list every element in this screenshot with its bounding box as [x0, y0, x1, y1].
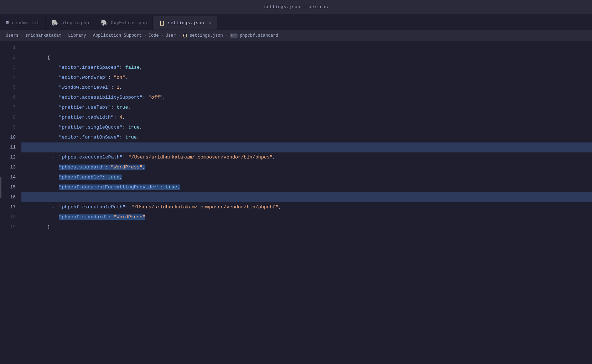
breadcrumb-settings[interactable]: settings.json [189, 33, 223, 38]
breadcrumb-appsupport[interactable]: Application Support [93, 33, 142, 38]
line-num-19: 19 [0, 222, 16, 232]
abc-icon-breadcrumb: abc [230, 33, 238, 38]
breadcrumb-user[interactable]: User [166, 33, 176, 38]
line-num-4: 4 [0, 73, 16, 83]
code-line-6: "prettier.useTabs": true, [21, 93, 592, 103]
line-num-3: 3 [0, 63, 16, 73]
breadcrumb-code[interactable]: Code [149, 33, 159, 38]
tab-settings-label: settings.json [168, 20, 204, 26]
breadcrumb-users[interactable]: Users [6, 33, 19, 38]
elephant-icon-oxyextras: 🐘 [101, 19, 108, 26]
breadcrumb-sridharkatakam[interactable]: sridharkatakam [25, 33, 61, 38]
tab-close-button[interactable]: × [208, 20, 211, 26]
breadcrumb: Users › sridharkatakam › Library › Appli… [0, 30, 592, 41]
code-line-15: "phpcbf.onsave": true, [21, 182, 592, 192]
code-line-10: "phpcs.enable": true, [21, 132, 592, 142]
title-bar-text: settings.json — oextras [264, 4, 328, 10]
code-line-12: "phpcs.standard": "WordPress", [21, 152, 592, 162]
breadcrumb-library[interactable]: Library [68, 33, 86, 38]
code-line-5: "editor.accessibilitySupport": "off", [21, 83, 592, 93]
line-num-14: 14 [0, 172, 16, 182]
tab-plugin[interactable]: 🐘 plugin.php [46, 16, 95, 30]
breadcrumb-phpcbf[interactable]: phpcbf.standard [240, 33, 278, 38]
tab-bar: ≡ readme.txt 🐘 plugin.php 🐘 OxyExtras.ph… [0, 14, 592, 30]
tab-settings[interactable]: {} settings.json × [153, 16, 217, 30]
json-icon-breadcrumb: {} [183, 33, 187, 38]
json-icon-tab: {} [159, 20, 165, 26]
code-area[interactable]: { "editor.insertSpaces": false, "editor.… [21, 41, 592, 364]
line-num-2: 2 [0, 53, 16, 63]
line-num-10: 10 [0, 132, 16, 142]
code-line-9: "editor.formatOnSave": true, [21, 123, 592, 132]
line-num-7: 7 [0, 103, 16, 113]
title-bar: settings.json — oextras [0, 0, 592, 14]
editor: 1 2 3 4 5 6 7 8 9 10 11 12 13 14 15 16 1… [0, 41, 592, 364]
code-line-19 [21, 222, 592, 232]
breadcrumb-sep-2: › [63, 33, 66, 38]
line-num-13: 13 [0, 162, 16, 172]
line-num-12: 12 [0, 152, 16, 162]
line-num-8: 8 [0, 113, 16, 123]
tab-oxyextras-label: OxyExtras.php [111, 20, 147, 26]
code-line-2: "editor.insertSpaces": false, [21, 53, 592, 63]
tab-oxyextras[interactable]: 🐘 OxyExtras.php [95, 16, 153, 30]
breadcrumb-sep-4: › [144, 33, 146, 38]
line-num-5: 5 [0, 83, 16, 93]
breadcrumb-sep-5: › [161, 33, 163, 38]
line-num-1: 1 [0, 43, 16, 53]
code-line-4: "window.zoomLevel": 1, [21, 73, 592, 83]
line-num-16: 16 [0, 192, 16, 202]
breadcrumb-sep-3: › [88, 33, 91, 38]
scroll-indicator[interactable] [0, 177, 1, 198]
code-line-13: "phpcbf.enable": true, [21, 162, 592, 172]
line-gutter: 1 2 3 4 5 6 7 8 9 10 11 12 13 14 15 16 1… [0, 41, 21, 364]
breadcrumb-sep-6: › [178, 33, 181, 38]
code-line-8: "prettier.singleQuote": true, [21, 113, 592, 123]
code-line-11: → "phpcs.executablePath": "/Users/sridha… [21, 142, 592, 152]
breadcrumb-sep-7: › [225, 33, 228, 38]
code-line-1: { [21, 43, 592, 53]
line-num-9: 9 [0, 123, 16, 132]
lines-icon: ≡ [6, 20, 9, 26]
code-line-3: "editor.wordWrap": "on", [21, 63, 592, 73]
tab-readme[interactable]: ≡ readme.txt [0, 16, 46, 30]
tab-readme-label: readme.txt [12, 20, 40, 26]
line-num-11: 11 [0, 142, 16, 152]
line-num-17: 17 [0, 202, 16, 212]
code-line-17: "phpcbf.standard": "WordPress" [21, 202, 592, 212]
line-num-18: 18 [0, 212, 16, 222]
elephant-icon-plugin: 🐘 [51, 19, 58, 26]
code-line-18: } [21, 212, 592, 222]
tab-plugin-label: plugin.php [61, 20, 89, 26]
line-num-6: 6 [0, 93, 16, 103]
editor-inner: 1 2 3 4 5 6 7 8 9 10 11 12 13 14 15 16 1… [0, 41, 592, 364]
code-line-7: "prettier.tabWidth": 4, [21, 103, 592, 113]
code-line-14: "phpcbf.documentFormattingProvider": tru… [21, 172, 592, 182]
code-line-16: → "phpcbf.executablePath": "/Users/sridh… [21, 192, 592, 202]
breadcrumb-sep-1: › [21, 33, 23, 38]
line-num-15: 15 [0, 182, 16, 192]
